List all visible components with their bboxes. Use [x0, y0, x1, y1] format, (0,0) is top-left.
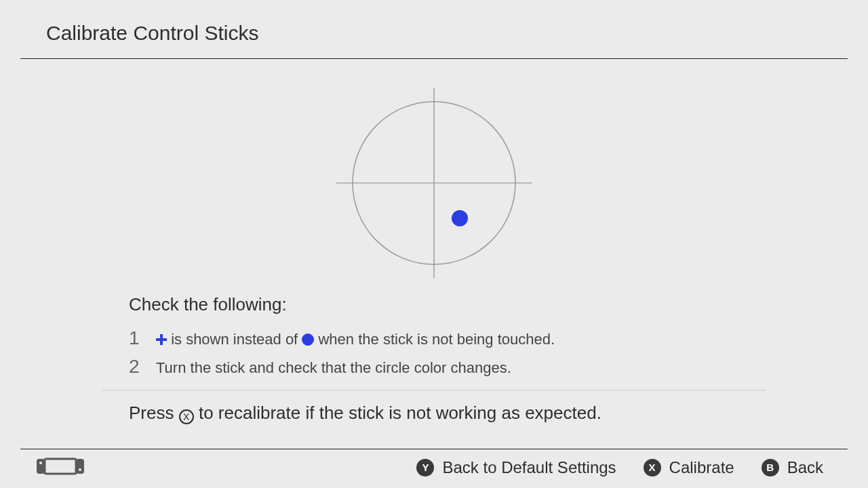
page-title: Calibrate Control Sticks: [46, 22, 848, 45]
svg-rect-5: [45, 459, 76, 474]
action-default-settings[interactable]: Y Back to Default Settings: [416, 458, 616, 477]
plus-icon: [156, 334, 167, 345]
footer: Y Back to Default Settings X Calibrate B…: [20, 449, 848, 476]
stick-crosshair: [332, 81, 536, 285]
action-calibrate[interactable]: X Calibrate: [644, 458, 734, 477]
step-number: 1: [129, 327, 156, 349]
divider: [102, 390, 766, 390]
svg-point-6: [39, 462, 42, 464]
recal-post: to recalibrate if the stick is not worki…: [199, 403, 601, 423]
action-label: Back: [787, 458, 823, 477]
step-1: 1 is shown instead of when the stick is …: [129, 327, 766, 349]
y-button-icon: Y: [416, 459, 434, 476]
svg-rect-4: [76, 459, 84, 474]
svg-point-7: [79, 468, 81, 471]
x-button-icon: X: [179, 409, 194, 424]
check-heading: Check the following:: [129, 294, 766, 315]
header: Calibrate Control Sticks: [20, 22, 848, 59]
dot-icon: [302, 333, 314, 346]
step-text-a: is shown instead of: [171, 331, 302, 348]
step-number: 2: [129, 356, 156, 378]
action-label: Calibrate: [669, 458, 734, 477]
step-text-b: when the stick is not being touched.: [318, 331, 555, 348]
recalibrate-hint: Press X to recalibrate if the stick is n…: [129, 403, 766, 424]
svg-rect-1: [156, 338, 167, 341]
x-button-icon: X: [644, 459, 661, 476]
step-text: is shown instead of when the stick is no…: [156, 331, 555, 348]
instructions: Check the following: 1 is shown instead …: [102, 294, 766, 424]
controller-icon: [37, 457, 84, 479]
svg-point-2: [302, 333, 314, 346]
action-back[interactable]: B Back: [762, 458, 823, 477]
stick-position-dot: [452, 210, 468, 226]
stick-visualizer: [0, 88, 868, 278]
b-button-icon: B: [762, 459, 779, 476]
step-text: Turn the stick and check that the circle…: [156, 359, 511, 377]
step-2: 2 Turn the stick and check that the circ…: [129, 356, 766, 378]
action-label: Back to Default Settings: [442, 458, 616, 477]
recal-pre: Press: [129, 403, 179, 423]
svg-rect-3: [37, 459, 45, 474]
